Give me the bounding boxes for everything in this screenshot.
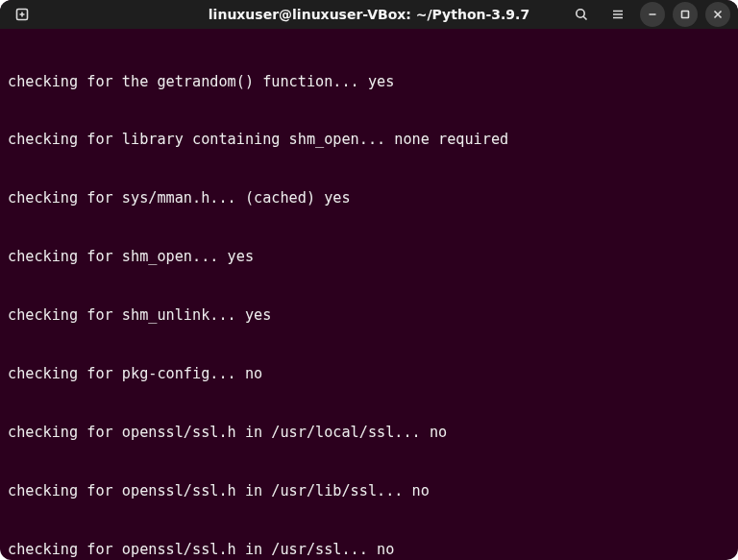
output-line: checking for library containing shm_open… bbox=[8, 130, 730, 149]
menu-button[interactable] bbox=[603, 0, 632, 29]
output-line: checking for shm_open... yes bbox=[8, 247, 730, 266]
svg-rect-9 bbox=[682, 12, 689, 18]
titlebar: linuxuser@linuxuser-VBox: ~/Python-3.9.7 bbox=[0, 0, 738, 29]
output-line: checking for openssl/ssl.h in /usr/ssl..… bbox=[8, 540, 730, 559]
output-line: checking for pkg-config... no bbox=[8, 364, 730, 383]
close-button[interactable] bbox=[705, 2, 730, 27]
minimize-button[interactable] bbox=[640, 2, 665, 27]
svg-line-4 bbox=[583, 16, 586, 19]
output-line: checking for shm_unlink... yes bbox=[8, 305, 730, 325]
output-line: checking for openssl/ssl.h in /usr/local… bbox=[8, 423, 730, 442]
output-line: checking for sys/mman.h... (cached) yes bbox=[8, 188, 730, 207]
new-tab-button[interactable] bbox=[8, 0, 37, 29]
search-button[interactable] bbox=[567, 0, 596, 29]
terminal-window: linuxuser@linuxuser-VBox: ~/Python-3.9.7… bbox=[0, 0, 738, 560]
terminal-viewport[interactable]: checking for the getrandom() function...… bbox=[0, 29, 738, 560]
maximize-button[interactable] bbox=[673, 2, 698, 27]
svg-point-3 bbox=[577, 10, 584, 17]
output-line: checking for the getrandom() function...… bbox=[8, 72, 730, 91]
output-line: checking for openssl/ssl.h in /usr/lib/s… bbox=[8, 481, 730, 500]
